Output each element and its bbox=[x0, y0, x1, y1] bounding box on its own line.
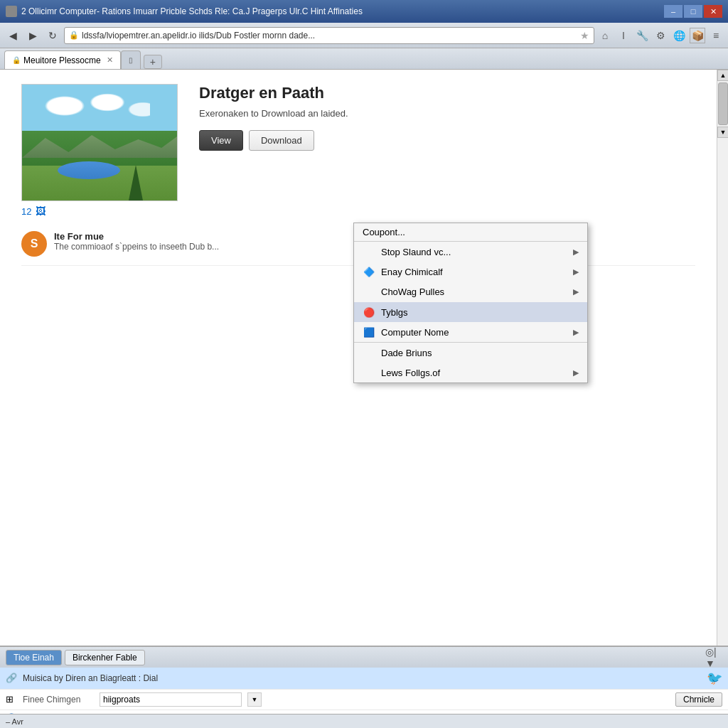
menu-item-coupont[interactable]: Coupont... bbox=[354, 223, 587, 242]
menu-item-stop-slaund[interactable]: Stop Slaund vc... ▶ bbox=[354, 242, 587, 262]
menu-dade-briuns-label: Dade Briuns bbox=[381, 348, 579, 358]
row-link-icon: 🔗 bbox=[6, 673, 17, 684]
close-button[interactable]: ✕ bbox=[704, 5, 722, 18]
bookmark-icon: ★ bbox=[580, 30, 589, 41]
maximize-button[interactable]: □ bbox=[684, 5, 702, 18]
tools-icon[interactable]: 🔧 bbox=[634, 28, 650, 43]
tab-inactive[interactable]: ▯ bbox=[121, 50, 141, 69]
back-button[interactable]: ◀ bbox=[4, 27, 21, 44]
secondary-description: The commioaof s`ppeins to inseeth Dub b.… bbox=[54, 242, 219, 252]
refresh-button[interactable]: ↻ bbox=[44, 27, 61, 44]
table-row: 🔗 Muisica by Diren an Biagrleatt : Dial … bbox=[0, 668, 728, 690]
avatar-letter: S bbox=[31, 237, 38, 250]
globe-icon[interactable]: 🌐 bbox=[671, 28, 687, 43]
menu-item-enay-chimicalf[interactable]: 🔷 Enay Chimicalf ▶ bbox=[354, 262, 587, 282]
secondary-title: Ite For mue bbox=[54, 231, 219, 242]
menu-coupont-label: Coupont... bbox=[363, 227, 405, 237]
bottom-tab-1[interactable]: Tioe Einah bbox=[6, 650, 62, 665]
bottom-tab-1-label: Tioe Einah bbox=[14, 653, 54, 663]
enay-chimicalf-arrow: ▶ bbox=[573, 267, 579, 277]
menu-stop-slaund-label: Stop Slaund vc... bbox=[381, 247, 567, 257]
stop-slaund-icon bbox=[363, 245, 375, 258]
scrollbar[interactable]: ▲ ▼ bbox=[717, 70, 728, 646]
product-image bbox=[21, 84, 178, 201]
window-icon bbox=[6, 6, 17, 17]
browser-content: ▲ ▼ bbox=[0, 70, 728, 646]
address-lock-icon: 🔒 bbox=[69, 31, 79, 40]
settings-icon[interactable]: ⚙ bbox=[653, 28, 668, 43]
row-grid-icon: ⊞ bbox=[6, 694, 17, 705]
status-text: – Avr bbox=[6, 717, 23, 726]
tab-inactive-icon: ▯ bbox=[129, 56, 133, 64]
clouds-graphic bbox=[36, 92, 150, 127]
chrnicle-button[interactable]: Chrnicle bbox=[675, 692, 722, 707]
image-count: 12 bbox=[21, 206, 31, 217]
bottom-tab-2[interactable]: Birckenher Fable bbox=[65, 650, 145, 665]
toolbar-icons: ⌂ I 🔧 ⚙ 🌐 📦 ≡ bbox=[597, 28, 724, 43]
bottom-tab-2-label: Birckenher Fable bbox=[73, 653, 137, 663]
address-text: ldssfa/lviopemtrer.an.apelidr.io ilids/D… bbox=[82, 31, 577, 41]
dade-briuns-icon bbox=[363, 346, 375, 359]
secondary-text: Ite For mue The commioaof s`ppeins to in… bbox=[54, 231, 219, 252]
new-tab-button[interactable]: + bbox=[144, 55, 162, 69]
tab-active[interactable]: 🔒 Meuitore Plessocme ✕ bbox=[4, 50, 121, 69]
menu-enay-chimicalf-label: Enay Chimicalf bbox=[381, 267, 567, 277]
status-bar: – Avr bbox=[0, 714, 728, 728]
water-graphic bbox=[58, 161, 120, 179]
stop-slaund-arrow: ▶ bbox=[573, 247, 579, 257]
menu-lews-follgs-label: Lews Follgs.of bbox=[381, 368, 567, 378]
tab-bar: 🔒 Meuitore Plessocme ✕ ▯ + bbox=[0, 48, 728, 70]
row-2-select-arrow[interactable]: ▼ bbox=[247, 692, 262, 707]
address-bar[interactable]: 🔒 ldssfa/lviopemtrer.an.apelidr.io ilids… bbox=[64, 27, 594, 44]
window-controls: – □ ✕ bbox=[664, 5, 722, 18]
window-titlebar: 2 Ollicimr Computer- Rations Imuarr Pric… bbox=[0, 0, 728, 23]
menu-item-dade-briuns[interactable]: Dade Briuns bbox=[354, 343, 587, 363]
scrollbar-up-arrow[interactable]: ▲ bbox=[717, 70, 728, 81]
cursor-icon[interactable]: I bbox=[616, 28, 631, 43]
download-button[interactable]: Download bbox=[249, 130, 314, 151]
product-title: Dratger en Paath bbox=[199, 84, 695, 102]
mountains-graphic bbox=[22, 129, 177, 158]
window-title: 2 Ollicimr Computer- Rations Imuarr Pric… bbox=[21, 6, 664, 16]
row-2-label: Finee Chimgen bbox=[23, 695, 94, 705]
menu-chowag-pulles-label: ChoWag Pulles bbox=[381, 287, 567, 297]
menu-computer-nome-label: Computer Nome bbox=[381, 327, 567, 338]
bottom-settings-button[interactable]: ◎|▼ bbox=[705, 649, 722, 666]
tyblgs-icon: 🔴 bbox=[363, 306, 375, 318]
menu-tyblgs-label: Tyblgs bbox=[381, 307, 579, 318]
forward-button[interactable]: ▶ bbox=[24, 27, 41, 44]
minimize-button[interactable]: – bbox=[664, 5, 682, 18]
product-details: Dratger en Paath Exeronaken to Drownload… bbox=[199, 84, 695, 217]
row-1-right-icon: 🐦 bbox=[707, 670, 722, 686]
row-1-label: Muisica by Diren an Biagrleatt : Dial bbox=[23, 673, 158, 683]
image-info: 12 🖼 bbox=[21, 205, 178, 217]
extensions-icon[interactable]: 📦 bbox=[690, 28, 705, 43]
avatar: S bbox=[21, 231, 47, 257]
table-row: ⊞ Finee Chimgen ▼ Chrnicle bbox=[0, 690, 728, 710]
menu-icon[interactable]: ≡ bbox=[708, 28, 724, 43]
chowag-pulles-arrow: ▶ bbox=[573, 287, 579, 296]
enay-chimicalf-icon: 🔷 bbox=[363, 265, 375, 278]
tab-close-button[interactable]: ✕ bbox=[107, 55, 113, 65]
browser-toolbar: ◀ ▶ ↻ 🔒 ldssfa/lviopemtrer.an.apelidr.io… bbox=[0, 23, 728, 48]
chowag-pulles-icon bbox=[363, 285, 375, 298]
bottom-toolbar: Tioe Einah Birckenher Fable ◎|▼ bbox=[0, 646, 728, 668]
product-description: Exeronaken to Drownload an laided. bbox=[199, 108, 695, 119]
tab-title: Meuitore Plessocme bbox=[23, 55, 101, 65]
image-icon: 🖼 bbox=[36, 205, 46, 217]
lews-follgs-icon bbox=[363, 366, 375, 379]
view-button[interactable]: View bbox=[199, 130, 243, 151]
menu-item-tyblgs[interactable]: 🔴 Tyblgs bbox=[354, 302, 587, 322]
row-2-input[interactable] bbox=[100, 692, 242, 707]
computer-nome-icon: 🟦 bbox=[363, 326, 375, 338]
lews-follgs-arrow: ▶ bbox=[573, 368, 579, 378]
scrollbar-down-arrow[interactable]: ▼ bbox=[717, 127, 728, 138]
trees-graphic bbox=[129, 165, 143, 200]
menu-item-lews-follgs[interactable]: Lews Follgs.of ▶ bbox=[354, 363, 587, 382]
menu-item-computer-nome[interactable]: 🟦 Computer Nome ▶ bbox=[354, 322, 587, 343]
context-menu: Coupont... Stop Slaund vc... ▶ 🔷 Enay Ch… bbox=[353, 223, 588, 383]
landscape-graphic bbox=[22, 85, 177, 200]
scrollbar-thumb[interactable] bbox=[718, 82, 728, 125]
menu-item-chowag-pulles[interactable]: ChoWag Pulles ▶ bbox=[354, 282, 587, 302]
home-icon[interactable]: ⌂ bbox=[597, 28, 613, 43]
